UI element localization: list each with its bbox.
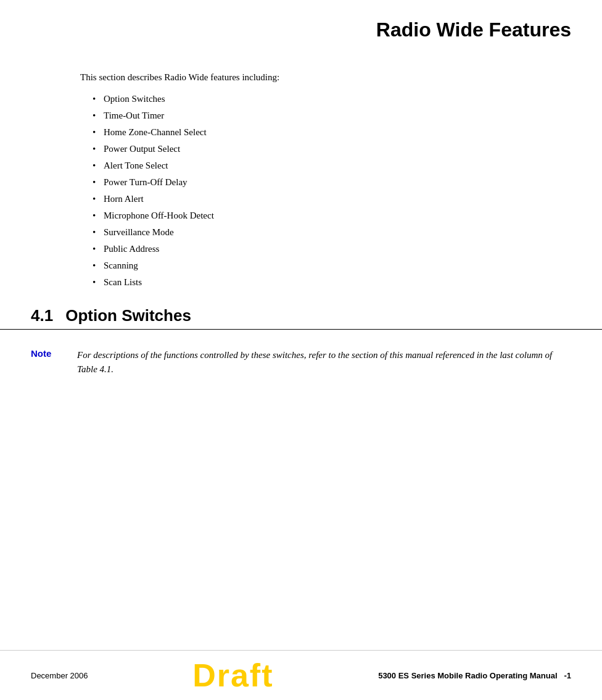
list-item: Alert Tone Select [93,160,571,171]
list-item: Surveillance Mode [93,227,571,238]
list-item: Horn Alert [93,194,571,204]
page-title: Radio Wide Features [0,0,602,54]
list-item: Scan Lists [93,277,571,288]
list-item: Home Zone-Channel Select [93,127,571,138]
section-number: 4.1 [0,306,53,325]
bullet-list: Option SwitchesTime-Out TimerHome Zone-C… [93,94,571,288]
main-content: This section describes Radio Wide featur… [0,54,602,288]
section-heading: 4.1 Option Switches [0,306,602,330]
page-container: Radio Wide Features This section describ… [0,0,602,700]
list-item: Time-Out Timer [93,110,571,121]
list-item: Option Switches [93,94,571,104]
list-item: Power Turn-Off Delay [93,177,571,188]
list-item: Power Output Select [93,144,571,154]
intro-text: This section describes Radio Wide featur… [80,72,571,83]
footer-date: December 2006 [31,671,88,680]
section-title: Option Switches [65,306,191,325]
list-item: Public Address [93,244,571,254]
footer: December 2006 Draft 5300 ES Series Mobil… [0,650,602,700]
note-container: Note For descriptions of the functions c… [31,348,571,376]
footer-manual-info: 5300 ES Series Mobile Radio Operating Ma… [378,671,571,680]
note-label: Note [31,348,65,376]
footer-draft-watermark: Draft [192,657,273,694]
note-text: For descriptions of the functions contro… [77,348,571,376]
list-item: Microphone Off-Hook Detect [93,210,571,221]
list-item: Scanning [93,260,571,271]
